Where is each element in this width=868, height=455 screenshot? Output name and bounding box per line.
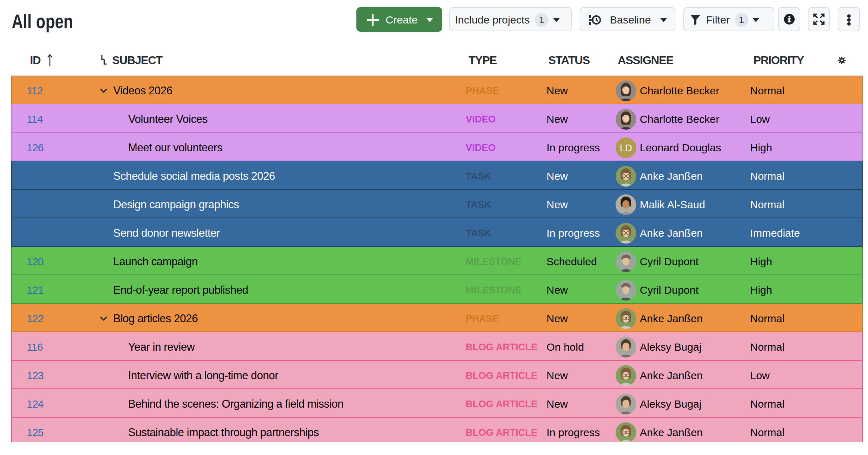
svg-text:LD: LD <box>620 143 632 153</box>
